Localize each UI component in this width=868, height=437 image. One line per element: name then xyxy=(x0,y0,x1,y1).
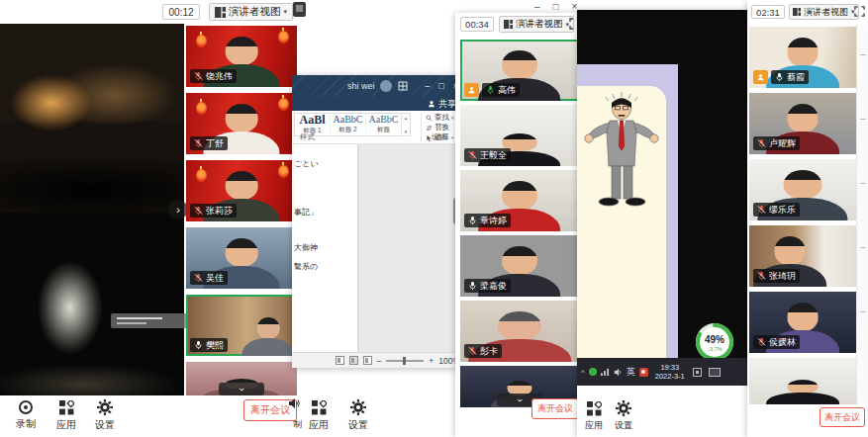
participant-tile-partial[interactable] xyxy=(749,358,856,404)
zoom-out-button[interactable]: – xyxy=(377,356,382,366)
share-button[interactable]: 共享 xyxy=(438,98,456,111)
style-preview: AaBl xyxy=(299,114,325,126)
minimize-button[interactable]: – xyxy=(425,81,430,91)
word-page[interactable]: ごとい 事記」 大御神 繫系の xyxy=(292,144,357,352)
replace-button[interactable]: 替换 xyxy=(426,123,449,132)
print-layout-button[interactable] xyxy=(349,356,358,365)
style-heading2[interactable]: AaBbC 标题 2 xyxy=(331,114,366,135)
red-tray-icon[interactable] xyxy=(639,368,648,377)
participant-tile[interactable]: 王毅全 xyxy=(460,105,579,166)
lantern-icon xyxy=(278,31,289,44)
participant-tile[interactable]: 章诗婷 xyxy=(460,170,579,231)
record-label: 录制 xyxy=(16,417,36,431)
style-preview: AaBbC xyxy=(334,115,363,125)
participant-name: 梁嘉俊 xyxy=(480,282,507,291)
background-app-icon[interactable] xyxy=(293,2,306,17)
zoom-slider[interactable] xyxy=(386,360,424,362)
participant-tile[interactable]: 缪乐乐 xyxy=(749,159,856,220)
background-window-controls: – □ × xyxy=(534,1,577,12)
word-status-bar: – + 100% xyxy=(292,352,465,368)
settings-button[interactable]: 设置 xyxy=(348,399,368,432)
show-desktop-icon[interactable] xyxy=(709,368,721,377)
participant-tile[interactable]: 张莉莎 xyxy=(186,160,297,221)
participant-name: 缪乐乐 xyxy=(769,206,796,215)
green-app-icon[interactable] xyxy=(589,368,597,376)
next-video-chevron[interactable]: › xyxy=(168,200,188,219)
settings-button[interactable]: 设置 xyxy=(615,400,632,432)
style-heading[interactable]: AaBbC 标题 xyxy=(366,114,401,135)
speaker-view-label: 演讲者视图 xyxy=(229,5,281,19)
participant-namebar: 卢耀辉 xyxy=(753,136,800,150)
zoom-in-button[interactable]: + xyxy=(429,356,434,366)
style-gallery-scrollbar[interactable]: ▴ ▾ xyxy=(401,114,410,135)
ime-indicator[interactable]: 英 xyxy=(627,366,635,379)
ribbon-options-icon[interactable] xyxy=(398,81,408,91)
scroll-up-icon[interactable]: ▴ xyxy=(405,115,408,121)
word-document-canvas[interactable]: ごとい 事記」 大御神 繫系の xyxy=(292,144,465,352)
read-mode-button[interactable] xyxy=(336,356,344,365)
mic-muted-icon xyxy=(468,346,477,356)
signal-icon[interactable] xyxy=(601,368,610,376)
scrollbar-strip[interactable] xyxy=(856,25,868,404)
participant-tile[interactable]: 卢耀辉 xyxy=(749,93,856,154)
settings-label: 设置 xyxy=(615,419,632,432)
speaker-view-button[interactable]: 演讲者视图 ▾ xyxy=(499,16,574,33)
tray-expand-icon[interactable]: ^ xyxy=(581,368,585,377)
apps-button[interactable]: 应用 xyxy=(309,400,329,432)
participant-tile[interactable]: 张琦玥 xyxy=(749,225,856,287)
mic-on-icon xyxy=(775,72,784,82)
meeting-window-left: 00:12 演讲者视图 ▾ › 饶兆伟 xyxy=(0,0,304,437)
leave-meeting-button[interactable]: 离开会议 xyxy=(820,407,865,427)
find-button[interactable]: 查找▾ xyxy=(426,113,454,123)
participant-tile[interactable]: 蔡霞 xyxy=(749,27,856,88)
settings-button[interactable]: 设置 xyxy=(95,399,115,432)
participant-namebar: 彭卡 xyxy=(464,344,502,358)
layout-view-icon xyxy=(793,8,801,16)
web-layout-button[interactable] xyxy=(363,356,372,365)
word-ribbon: AaBl 标题 1 AaBbC 标题 2 AaBbC 标题 ▴ ▾ 样式 xyxy=(292,111,465,144)
restore-button[interactable]: □ xyxy=(438,81,443,91)
participant-tile[interactable]: 彭卡 xyxy=(460,301,579,362)
participant-silhouette xyxy=(768,379,836,404)
apps-button[interactable]: 应用 xyxy=(56,400,76,432)
scroll-down-icon[interactable]: ▾ xyxy=(405,129,408,134)
participant-tile[interactable]: 吴佳 xyxy=(186,227,297,289)
speaker-view-button[interactable]: 演讲者视图 ▾ xyxy=(789,4,859,20)
participant-namebar: 蔡霞 xyxy=(771,70,809,84)
account-avatar[interactable] xyxy=(380,80,392,92)
main-video-stage[interactable] xyxy=(0,24,184,213)
taskbar-clock[interactable]: 19:33 2022-3-1 xyxy=(655,363,685,381)
participant-tile[interactable]: 丁舒 xyxy=(186,93,297,154)
style-label: 标题 2 xyxy=(338,126,356,134)
minimize-button[interactable]: – xyxy=(534,1,540,12)
apps-label: 应用 xyxy=(56,418,76,432)
leave-meeting-button[interactable]: 离开会议 xyxy=(531,398,579,419)
word-document-title: shi wei xyxy=(292,81,375,91)
shared-screen-video[interactable]: 49% ↓3.7% ^ 英 19:33 2022-3-1 xyxy=(577,10,749,386)
action-center-icon[interactable] xyxy=(693,368,702,377)
battery-percent: 49% xyxy=(694,334,735,345)
maximize-button[interactable]: □ xyxy=(553,1,559,12)
record-button[interactable]: 录制 xyxy=(16,400,36,431)
participant-tile-active-speaker[interactable]: 高伟 xyxy=(460,40,579,101)
participant-tile[interactable]: 侯媛林 xyxy=(749,292,856,353)
zoom-slider-thumb[interactable] xyxy=(403,357,406,365)
speaker-view-button[interactable]: 演讲者视图 ▾ xyxy=(209,3,293,21)
participant-namebar: 侯媛林 xyxy=(753,335,800,349)
apps-button[interactable]: 应用 xyxy=(585,401,603,432)
taskbar-date: 2022-3-1 xyxy=(655,372,685,381)
participant-tile[interactable]: 梁嘉俊 xyxy=(460,235,579,297)
participant-tile-active-speaker[interactable]: 樊熙 xyxy=(186,295,297,356)
participant-tile[interactable]: 饶兆伟 xyxy=(186,26,297,87)
main-video-spotlight[interactable] xyxy=(0,213,184,395)
settings-label: 设置 xyxy=(95,418,115,432)
speaker-icon[interactable] xyxy=(614,368,623,377)
chevron-down-icon: › xyxy=(237,388,246,391)
fullscreen-icon[interactable] xyxy=(854,6,865,17)
lantern-icon xyxy=(278,98,289,111)
collapse-column-button[interactable]: › xyxy=(219,383,264,395)
document-text-fragment: 大御神 xyxy=(294,242,318,253)
chevron-down-icon: ▾ xyxy=(284,8,288,16)
layout-view-icon xyxy=(215,7,226,18)
desktop: 00:12 演讲者视图 ▾ › 饶兆伟 xyxy=(0,0,868,437)
